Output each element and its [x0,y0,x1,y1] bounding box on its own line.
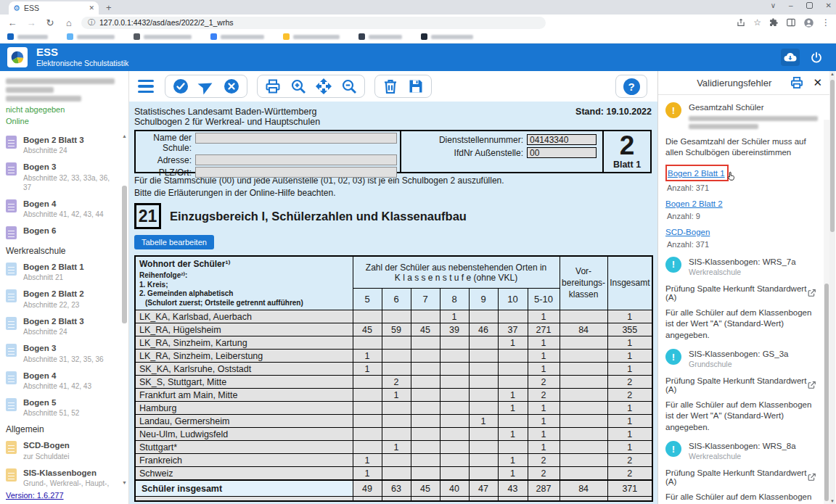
window-restore-button[interactable] [806,2,813,9]
sidebar-item[interactable]: Allgemein [6,424,118,435]
sidebar-item[interactable]: Bogen 2 Blatt 1 Abschnitt 21 [6,262,118,282]
cancel-x-button[interactable] [223,78,240,95]
bookmark-star-icon[interactable]: ☆ [753,17,761,28]
row-label: Neu-Ulm, Ludwigsfeld [135,428,353,441]
adresse-field[interactable] [195,154,397,165]
open-external-link-icon[interactable] [807,380,816,390]
bogen-link[interactable]: Bogen 2 Blatt 1 [668,169,725,178]
highlight-red-box: Bogen 2 Blatt 2 [665,197,723,210]
sidebar-item[interactable]: Bogen 3 Abschnitte 32, 33, 33a, 36, 37 [6,162,118,191]
forward-button[interactable]: → [25,17,38,28]
bookmark-item[interactable] [358,33,402,40]
panel-scroll-thumb[interactable] [824,284,829,501]
reload-button[interactable]: ↻ [44,17,57,28]
edit-table-button[interactable]: Tabelle bearbeiten [134,235,214,249]
cloud-download-button[interactable] [781,49,800,66]
zoom-out-button[interactable] [340,78,358,95]
bogen-link[interactable]: SCD-Bogen [665,228,710,236]
cell-insgesamt: 1 [607,310,652,323]
sidebar-scroll-thumb[interactable] [122,186,127,323]
browser-tab[interactable]: ⚙ ESS ✕ [9,1,99,15]
home-button[interactable]: ⌂ [62,17,75,28]
panel-scrollbar[interactable] [824,120,829,504]
cell-grade6 [382,467,411,480]
cell-grade5-10: 1 [528,336,560,350]
side-panel-icon[interactable] [786,17,796,28]
dienststellennummer-field[interactable]: 04143340 [527,134,597,145]
grade-col: 5-10 [528,289,560,310]
bookmark-item[interactable] [421,33,473,40]
bookmark-item[interactable] [283,33,340,40]
sidebar-item[interactable]: Bogen 6 [6,226,118,239]
help-button[interactable]: ? [615,75,647,98]
address-bar[interactable]: ⓘ 127.0.0.1:4432/asd/aes/2022/2_1_wrhs [81,17,546,29]
validation-info-item: ! SIS-Klassenbogen: WRS_8a Werkrealschul… [665,441,816,504]
panel-print-button[interactable] [790,75,804,90]
sidebar-item[interactable]: SCD-Bogen zur Schuldatei [6,440,118,460]
cell-grade9 [469,310,498,323]
back-button[interactable]: ← [6,17,19,28]
sidebar-item[interactable]: Bogen 2 Blatt 3 Abschnitte 24 [6,135,118,155]
sidebar-item[interactable]: Werkrealschule [6,246,118,257]
bookmark-item[interactable] [210,33,264,40]
window-close-button[interactable]: ✕ [826,1,832,9]
version-link[interactable]: Version: 1.6.277 [6,491,64,500]
cell-insgesamt: 2 [607,454,652,467]
row-label: LK_KA, Karlsbad, Auerbach [135,310,353,323]
move-pan-button[interactable] [315,78,332,95]
profile-avatar[interactable] [803,17,814,28]
sidebar-scrollbar[interactable]: ▲ ▼ [121,133,128,485]
school-name-field[interactable] [195,133,397,144]
table-row: Neu-Ulm, Ludwigsfeld 1 1 1 [135,428,652,441]
ifdnr-aussenstelle-field[interactable]: 00 [527,147,597,158]
plz-ort-field[interactable] [195,167,397,178]
table-header-wohnort: Wohnort der Schüler¹⁾ Reihenfolge²⁾: 1. … [135,256,353,310]
share-icon[interactable] [736,17,746,28]
menu-hamburger-button[interactable] [136,78,155,95]
cell-insgesamt: 355 [607,323,652,336]
cell-grade5 [353,336,382,350]
cell-grade5 [353,310,382,323]
open-external-link-icon[interactable] [807,472,816,482]
logout-power-button[interactable] [807,49,826,66]
panel-close-icon[interactable]: ✕ [813,76,822,89]
scroll-up-arrow-icon[interactable]: ▲ [121,133,128,139]
sidebar-item[interactable]: Bogen 4 Abschnitte 41, 42, 43 [6,371,118,391]
bookmark-item[interactable] [67,33,115,40]
cell-grade5-10: 2 [528,467,560,480]
bookmark-item[interactable] [7,33,48,40]
extensions-puzzle-icon[interactable] [769,17,779,28]
open-external-link-icon[interactable] [807,288,816,298]
bogen-link[interactable]: Bogen 2 Blatt 2 [665,199,723,208]
scroll-down-arrow-icon[interactable]: ▼ [121,480,128,485]
sidebar-item[interactable]: Bogen 2 Blatt 2 Abschnitte 22, 23 [6,289,118,309]
bookmark-item[interactable] [134,33,192,40]
zoom-in-button[interactable] [290,78,307,95]
info-icon: ! [665,257,681,273]
total-label: Schüler insgesamt [135,480,353,497]
save-button[interactable] [407,78,425,95]
print-button[interactable] [264,78,282,95]
validation-link-row: Bogen 2 Blatt 1 [665,165,816,181]
chrome-menu-kebab-icon[interactable]: ⋮ [821,17,830,28]
tab-close-icon[interactable]: ✕ [89,4,94,12]
window-minimize-button[interactable]: – [789,1,793,9]
sidebar-item[interactable]: Bogen 5 Abschnitte 51, 52 [6,397,118,418]
send-submit-button[interactable] [197,78,215,95]
scroll-down-arrow-icon[interactable]: ▼ [829,499,835,503]
scroll-up-arrow-icon[interactable]: ▲ [829,72,835,76]
new-tab-button[interactable]: + [106,2,112,15]
sidebar-item[interactable]: Bogen 2 Blatt 3 Abschnitte 24 [6,316,118,336]
sidebar-item[interactable]: SIS-Klassenbogen Grund-, Werkreal-, Haup… [6,468,118,488]
delete-trash-button[interactable] [382,78,399,95]
sidebar-item-sublabel: Abschnitte 41, 42, 43, 44 [23,210,104,219]
page-scrollbar[interactable]: ▲ ▼ [829,71,835,504]
validate-check-button[interactable] [172,78,189,95]
page-scroll-thumb[interactable] [830,80,835,232]
sidebar-item[interactable]: Bogen 3 Abschnitte 31, 32, 35, 36 [6,343,118,363]
sidebar-item-label: Bogen 3 [23,343,104,353]
site-info-icon[interactable]: ⓘ [88,17,95,28]
cell-grade6 [382,428,411,441]
tab-search-chevron-icon[interactable]: ∨ [771,1,776,9]
sidebar-item[interactable]: Bogen 4 Abschnitte 41, 42, 43, 44 [6,199,118,219]
